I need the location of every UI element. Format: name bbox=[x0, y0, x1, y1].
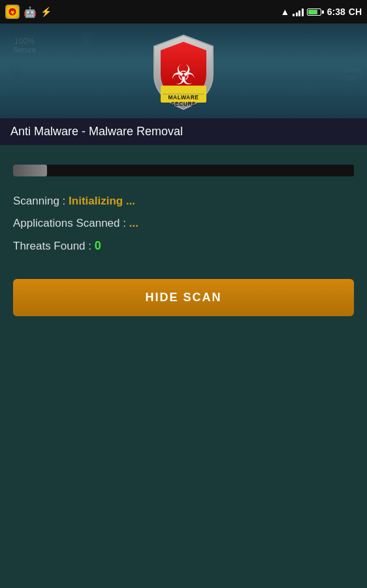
scanning-value: Initializing ... bbox=[69, 195, 135, 207]
battery-icon bbox=[307, 8, 324, 16]
phone-watermark-1: 📱 bbox=[5, 59, 28, 81]
app-status-icon: ☣ bbox=[5, 5, 20, 19]
scan-progress-fill bbox=[13, 165, 47, 176]
watermark-safe-right: 100%Safe ! bbox=[343, 66, 362, 82]
scan-progress-bar bbox=[13, 165, 354, 176]
header-banner: 100% Secure 📱 👤 100%Safe ! 📞 🛡️ ⚙️ ☣ MAL… bbox=[0, 24, 367, 118]
app-title-bar: Anti Malware - Malware Removal bbox=[0, 118, 367, 145]
scanning-row: Scanning : Initializing ... bbox=[13, 195, 354, 208]
wifi-icon: ▲ bbox=[280, 7, 289, 17]
app-title: Anti Malware - Malware Removal bbox=[10, 125, 357, 139]
phone-watermark-3: 📞 bbox=[343, 37, 360, 54]
threats-found-label: Threats Found : bbox=[13, 240, 91, 252]
status-bar: ☣ 🤖 ⚡ ▲ 6:38 CH bbox=[0, 0, 367, 24]
scan-info: Scanning : Initializing ... Applications… bbox=[13, 195, 354, 253]
threats-found-value: 0 bbox=[95, 239, 101, 252]
status-carrier: CH bbox=[349, 7, 362, 17]
status-left-icons: ☣ 🤖 ⚡ bbox=[5, 5, 52, 19]
threats-found-row: Threats Found : 0 bbox=[13, 239, 354, 253]
apps-scanned-label: Applications Scanned : bbox=[13, 217, 126, 229]
svg-text:☣: ☣ bbox=[10, 9, 15, 16]
watermark-secure-left: 100% Secure bbox=[13, 37, 36, 54]
main-content: Scanning : Initializing ... Applications… bbox=[0, 145, 367, 588]
shield-watermark: 🛡️ bbox=[78, 30, 96, 47]
banner-watermarks: 100% Secure 📱 👤 100%Safe ! 📞 🛡️ ⚙️ bbox=[0, 24, 367, 118]
signal-icon bbox=[293, 7, 304, 16]
status-time: 6:38 bbox=[327, 7, 345, 17]
android-icon: 🤖 bbox=[24, 6, 37, 18]
gear-watermark: ⚙️ bbox=[300, 82, 315, 97]
phone-watermark-2: 👤 bbox=[5, 86, 28, 107]
usb-icon: ⚡ bbox=[40, 7, 52, 17]
apps-scanned-row: Applications Scanned : ... bbox=[13, 217, 354, 230]
status-right-icons: ▲ 6:38 CH bbox=[280, 7, 362, 17]
scanning-label: Scanning : bbox=[13, 195, 65, 207]
hide-scan-button[interactable]: HIDE SCAN bbox=[13, 279, 354, 316]
apps-scanned-value: ... bbox=[129, 217, 138, 229]
